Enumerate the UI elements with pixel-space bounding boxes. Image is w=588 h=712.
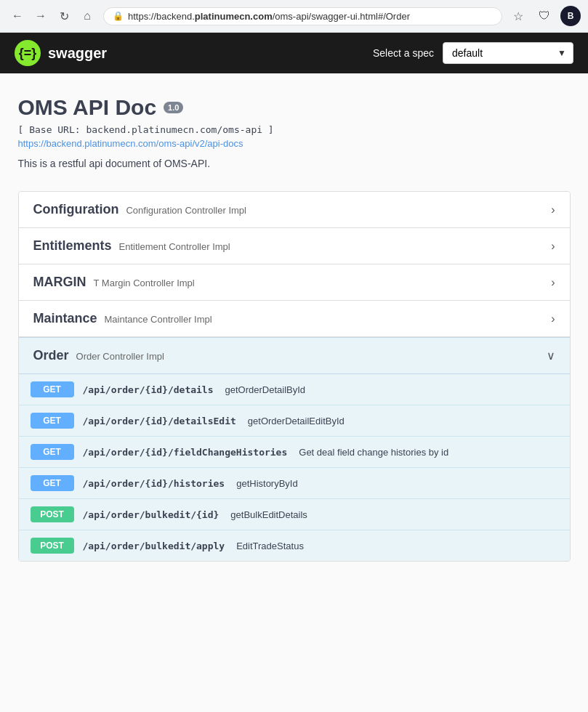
endpoint-path-6: /api/order/bulkedit/apply	[83, 541, 225, 551]
endpoint-path-4: /api/order/{id}/histories	[83, 478, 225, 489]
order-desc: Order Controller Impl	[76, 351, 164, 362]
api-group-configuration-header[interactable]: Configuration Configuration Controller I…	[19, 192, 570, 227]
api-group-margin: MARGIN T Margin Controller Impl ›	[19, 264, 570, 301]
endpoint-get-details[interactable]: GET /api/order/{id}/details getOrderDeta…	[19, 374, 570, 405]
entitlements-chevron-icon: ›	[551, 240, 555, 253]
endpoint-summary-1: getOrderDetailById	[225, 384, 306, 395]
api-group-order: Order Order Controller Impl ∨ GET /api/o…	[19, 337, 570, 561]
extensions-button[interactable]: 🛡	[534, 6, 555, 26]
url-text: https://backend.platinumecn.com/oms-api/…	[128, 11, 410, 22]
method-badge-post-1: POST	[31, 506, 74, 522]
bookmark-button[interactable]: ☆	[508, 6, 528, 26]
main-content: OMS API Doc 1.0 [ Base URL: backend.plat…	[4, 73, 585, 583]
endpoint-get-field-change[interactable]: GET /api/order/{id}/fieldChangeHistories…	[19, 437, 570, 468]
api-docs-link[interactable]: https://backend.platinumecn.com/oms-api/…	[18, 138, 571, 149]
api-group-entitlements: Entitlements Entitlement Controller Impl…	[19, 228, 570, 264]
browser-nav-buttons: ← → ↻ ⌂	[7, 6, 97, 26]
endpoint-post-bulkedit-id[interactable]: POST /api/order/bulkedit/{id} getBulkEdi…	[19, 499, 570, 530]
browser-chrome: ← → ↻ ⌂ 🔒 https://backend.platinumecn.co…	[0, 0, 588, 33]
address-bar[interactable]: 🔒 https://backend.platinumecn.com/oms-ap…	[103, 7, 502, 25]
configuration-name: Configuration	[33, 202, 119, 217]
version-badge: 1.0	[164, 102, 183, 113]
swagger-logo: {=} swagger	[15, 40, 107, 66]
api-groups: Configuration Configuration Controller I…	[18, 191, 571, 562]
method-badge-get-1: GET	[31, 381, 74, 397]
margin-name: MARGIN	[33, 275, 86, 290]
maintance-name: Maintance	[33, 311, 97, 326]
api-group-order-header[interactable]: Order Order Controller Impl ∨	[19, 337, 570, 373]
method-badge-get-4: GET	[31, 475, 74, 491]
endpoint-post-bulkedit-apply[interactable]: POST /api/order/bulkedit/apply EditTrade…	[19, 530, 570, 561]
forward-button[interactable]: →	[31, 6, 51, 26]
api-title: OMS API Doc	[18, 95, 157, 120]
spec-select-wrapper: default ▼	[443, 42, 573, 64]
lock-icon: 🔒	[113, 11, 124, 21]
api-group-maintance: Maintance Maintance Controller Impl ›	[19, 301, 570, 337]
api-description: This is a restful api document of OMS-AP…	[18, 158, 571, 169]
api-title-row: OMS API Doc 1.0	[18, 95, 571, 120]
back-button[interactable]: ←	[7, 6, 28, 26]
endpoint-summary-2: getOrderDetailEditById	[248, 416, 345, 426]
configuration-desc: Configuration Controller Impl	[126, 205, 246, 216]
base-url: [ Base URL: backend.platinumecn.com/oms-…	[18, 124, 571, 135]
method-badge-get-2: GET	[31, 413, 74, 429]
profile-button[interactable]: B	[560, 6, 581, 26]
order-endpoints: GET /api/order/{id}/details getOrderDeta…	[19, 373, 570, 561]
swagger-title: swagger	[48, 45, 107, 62]
maintance-desc: Maintance Controller Impl	[105, 314, 212, 325]
swagger-icon: {=}	[15, 40, 41, 66]
maintance-title-row: Maintance Maintance Controller Impl	[33, 311, 212, 326]
endpoint-path-3: /api/order/{id}/fieldChangeHistories	[83, 447, 288, 458]
order-title-row: Order Order Controller Impl	[33, 348, 164, 363]
api-group-maintance-header[interactable]: Maintance Maintance Controller Impl ›	[19, 301, 570, 336]
maintance-chevron-icon: ›	[551, 312, 555, 325]
endpoint-path-2: /api/order/{id}/detailsEdit	[83, 416, 236, 426]
swagger-header: {=} swagger Select a spec default ▼	[0, 33, 588, 73]
order-chevron-icon: ∨	[547, 349, 555, 363]
entitlements-name: Entitlements	[33, 238, 112, 254]
api-group-configuration: Configuration Configuration Controller I…	[19, 192, 570, 228]
endpoint-summary-3: Get deal field change histories by id	[299, 447, 448, 458]
entitlements-desc: Entitlement Controller Impl	[119, 241, 230, 252]
spec-select[interactable]: default	[443, 42, 573, 64]
endpoint-get-details-edit[interactable]: GET /api/order/{id}/detailsEdit getOrder…	[19, 405, 570, 437]
api-group-margin-header[interactable]: MARGIN T Margin Controller Impl ›	[19, 264, 570, 300]
endpoint-path-1: /api/order/{id}/details	[83, 384, 214, 395]
endpoint-get-histories[interactable]: GET /api/order/{id}/histories getHistory…	[19, 468, 570, 499]
endpoint-summary-4: getHistoryById	[236, 478, 298, 489]
configuration-title-row: Configuration Configuration Controller I…	[33, 202, 246, 217]
select-spec-label: Select a spec	[373, 47, 434, 59]
endpoint-summary-5: getBulkEditDetails	[230, 509, 307, 520]
margin-title-row: MARGIN T Margin Controller Impl	[33, 275, 195, 290]
home-button[interactable]: ⌂	[77, 6, 97, 26]
reload-button[interactable]: ↻	[54, 6, 74, 26]
configuration-chevron-icon: ›	[551, 203, 555, 217]
endpoint-summary-6: EditTradeStatus	[236, 541, 304, 551]
margin-chevron-icon: ›	[551, 276, 555, 289]
api-group-entitlements-header[interactable]: Entitlements Entitlement Controller Impl…	[19, 228, 570, 264]
order-name: Order	[33, 348, 69, 363]
swagger-nav: Select a spec default ▼	[373, 42, 573, 64]
method-badge-get-3: GET	[31, 444, 74, 460]
endpoint-path-5: /api/order/bulkedit/{id}	[83, 509, 220, 520]
entitlements-title-row: Entitlements Entitlement Controller Impl	[33, 238, 230, 254]
margin-desc: T Margin Controller Impl	[94, 278, 195, 288]
method-badge-post-2: POST	[31, 538, 74, 554]
